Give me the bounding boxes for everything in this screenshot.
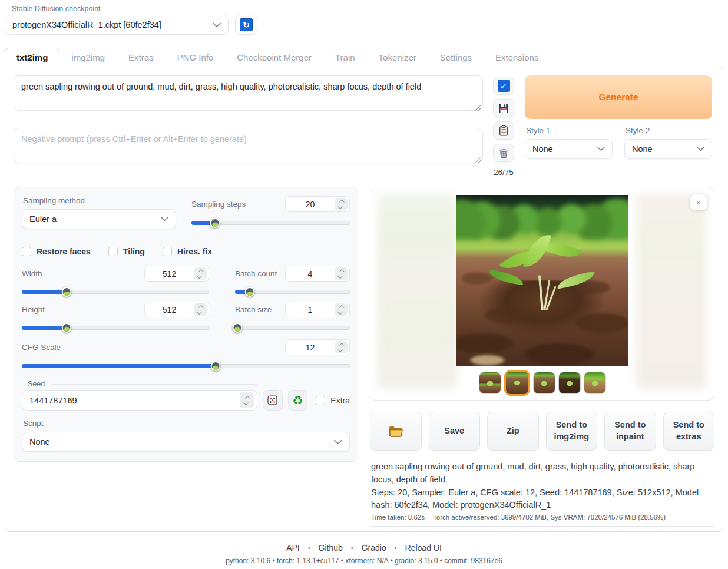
hires-fix-checkbox[interactable]: Hires. fix [163,247,212,256]
generated-image[interactable] [456,195,628,366]
save-style-button[interactable] [493,99,514,117]
batch-count-input[interactable] [286,269,335,279]
floppy-disk-icon [498,102,509,114]
batch-count-group: Batch count [235,266,350,296]
stepper-icon[interactable] [335,303,348,316]
refresh-checkpoint-button[interactable]: ↻ [235,15,257,35]
stepper-icon[interactable] [335,267,348,280]
width-label: Width [22,269,42,278]
prompt-input[interactable]: green sapling rowing out of ground, mud,… [14,75,483,111]
sampling-steps-slider[interactable] [191,218,350,227]
send-to-inpaint-button[interactable]: Send to inpaint [604,412,656,451]
send-to-img2img-button[interactable]: Send to img2img [546,412,598,451]
thumbnail-5[interactable] [584,372,606,394]
gallery-ghost-left [378,194,458,389]
extra-seed-checkbox[interactable]: Extra [316,396,350,405]
checkpoint-label: Stable Diffusion checkpoint [5,5,229,13]
result-gallery: × [370,187,714,401]
batch-size-input[interactable] [286,305,335,315]
save-button[interactable]: Save [429,412,481,451]
slider-thumb[interactable] [210,218,220,228]
chevron-down-icon [213,22,221,28]
tab-extras[interactable]: Extras [117,48,166,67]
seed-group: Seed [22,380,350,411]
stepper-icon[interactable] [335,198,348,210]
generation-main: Sampling method Euler a Sampling steps [14,187,714,527]
cfg-scale-input[interactable] [286,343,335,352]
thumbnail-2-selected[interactable] [504,370,530,396]
slider-thumb[interactable] [210,361,220,371]
tab-txt2img[interactable]: txt2img [5,48,59,67]
apply-style-button[interactable] [493,121,514,140]
tab-png-info[interactable]: PNG Info [166,48,226,67]
generation-info: green sapling rowing out of ground, mud,… [370,461,714,527]
stepper-icon[interactable] [194,267,207,280]
restore-faces-label: Restore faces [37,247,91,256]
seed-input[interactable] [29,396,240,405]
footer-links: API•Github•Gradio•Reload UI [0,543,728,553]
slider-thumb[interactable] [232,323,242,333]
tab-img2img[interactable]: img2img [59,48,117,67]
close-gallery-button[interactable]: × [690,194,707,210]
batch-size-slider[interactable] [235,323,350,332]
batch-count-slider[interactable] [235,287,350,296]
dot-separator: • [308,544,310,551]
width-slider[interactable] [22,287,209,296]
tab-tokenizer[interactable]: Tokenizer [367,48,428,67]
trash-icon [498,147,509,159]
gradio-link[interactable]: Gradio [362,543,386,553]
tab-extensions[interactable]: Extensions [484,48,550,67]
stepper-icon[interactable] [240,392,254,408]
tiling-checkbox[interactable]: Tiling [108,247,145,256]
slider-thumb[interactable] [245,287,255,297]
cfg-scale-slider[interactable] [22,361,350,370]
style2-dropdown[interactable]: None [624,139,712,159]
github-link[interactable]: Github [319,543,343,553]
tab-settings[interactable]: Settings [428,48,484,67]
zip-button[interactable]: Zip [487,412,539,451]
generate-button[interactable]: Generate [525,75,712,119]
clipboard-icon [498,125,509,137]
clear-prompt-button[interactable] [493,144,514,162]
style1-dropdown[interactable]: None [525,139,613,159]
prompt-section: green sapling rowing out of ground, mud,… [14,75,714,177]
open-folder-button[interactable] [370,412,422,451]
script-group: Script None [22,419,350,452]
script-dropdown[interactable]: None [22,432,350,452]
tab-checkpoint-merger[interactable]: Checkpoint Merger [225,48,323,67]
reload-ui-link[interactable]: Reload UI [405,543,442,553]
seed-field [22,390,257,411]
thumbnail-1[interactable] [479,372,501,394]
sampling-steps-input[interactable] [286,200,335,209]
output-column: × [370,187,714,527]
api-link[interactable]: API [286,543,300,553]
stepper-icon[interactable] [335,341,348,353]
sampling-method-dropdown[interactable]: Euler a [22,209,176,229]
sampling-method-label: Sampling method [23,196,176,205]
send-to-extras-button[interactable]: Send to extras [663,412,715,451]
tab-train[interactable]: Train [323,48,367,67]
style1-group: Style 1 None [525,126,613,159]
gallery-ghost-right [636,194,707,389]
styles-row: Style 1 None Style 2 None [525,126,712,159]
prompt-textarea-wrap: green sapling rowing out of ground, mud,… [14,75,483,113]
height-input[interactable] [145,305,194,315]
vram-text: Torch active/reserved: 3699/4702 MiB, Sy… [433,514,666,521]
width-input[interactable] [145,269,194,279]
gallery-thumbnails [370,370,714,396]
paste-generation-params-button[interactable]: ↙ [493,77,514,95]
thumbnail-3[interactable] [533,372,555,394]
hires-fix-label: Hires. fix [177,247,212,256]
negative-prompt-input[interactable] [14,128,483,163]
thumbnail-4[interactable] [558,372,581,394]
reuse-seed-button[interactable]: ♻ [288,390,308,411]
height-slider[interactable] [22,323,209,332]
stepper-icon[interactable] [194,303,207,316]
batch-size-label: Batch size [235,305,272,314]
slider-thumb[interactable] [62,323,72,333]
script-value: None [29,437,50,446]
random-seed-button[interactable] [263,390,283,411]
checkpoint-dropdown[interactable]: protogenX34OfficialR_1.ckpt [60fe2f34] [5,15,229,35]
slider-thumb[interactable] [62,287,72,297]
restore-faces-checkbox[interactable]: Restore faces [22,247,91,256]
